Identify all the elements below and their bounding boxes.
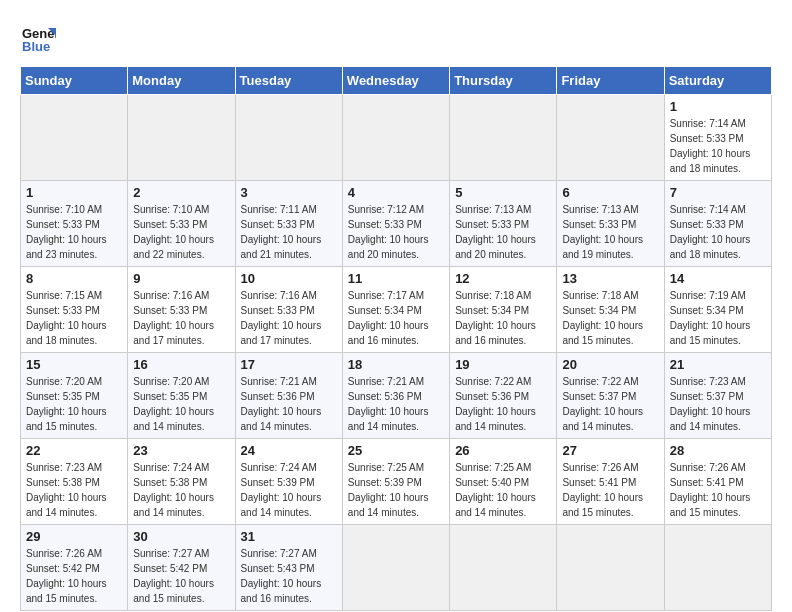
calendar-day-cell: 23Sunrise: 7:24 AMSunset: 5:38 PMDayligh… [128, 439, 235, 525]
day-info: Sunrise: 7:16 AMSunset: 5:33 PMDaylight:… [241, 288, 337, 348]
day-info: Sunrise: 7:23 AMSunset: 5:37 PMDaylight:… [670, 374, 766, 434]
page-header: General Blue [20, 20, 772, 56]
calendar-day-cell: 30Sunrise: 7:27 AMSunset: 5:42 PMDayligh… [128, 525, 235, 611]
day-number: 11 [348, 271, 444, 286]
day-number: 27 [562, 443, 658, 458]
calendar-day-cell [450, 95, 557, 181]
day-info: Sunrise: 7:26 AMSunset: 5:41 PMDaylight:… [670, 460, 766, 520]
day-number: 13 [562, 271, 658, 286]
day-info: Sunrise: 7:21 AMSunset: 5:36 PMDaylight:… [348, 374, 444, 434]
day-info: Sunrise: 7:24 AMSunset: 5:38 PMDaylight:… [133, 460, 229, 520]
calendar-day-cell: 4Sunrise: 7:12 AMSunset: 5:33 PMDaylight… [342, 181, 449, 267]
calendar-day-cell: 12Sunrise: 7:18 AMSunset: 5:34 PMDayligh… [450, 267, 557, 353]
day-number: 1 [670, 99, 766, 114]
calendar-day-cell [21, 95, 128, 181]
day-info: Sunrise: 7:18 AMSunset: 5:34 PMDaylight:… [562, 288, 658, 348]
day-info: Sunrise: 7:18 AMSunset: 5:34 PMDaylight:… [455, 288, 551, 348]
day-info: Sunrise: 7:27 AMSunset: 5:43 PMDaylight:… [241, 546, 337, 606]
day-number: 19 [455, 357, 551, 372]
day-number: 17 [241, 357, 337, 372]
calendar-day-cell: 25Sunrise: 7:25 AMSunset: 5:39 PMDayligh… [342, 439, 449, 525]
day-number: 31 [241, 529, 337, 544]
day-number: 4 [348, 185, 444, 200]
day-number: 28 [670, 443, 766, 458]
calendar-day-cell: 5Sunrise: 7:13 AMSunset: 5:33 PMDaylight… [450, 181, 557, 267]
calendar-day-cell: 14Sunrise: 7:19 AMSunset: 5:34 PMDayligh… [664, 267, 771, 353]
day-number: 18 [348, 357, 444, 372]
day-number: 5 [455, 185, 551, 200]
calendar-day-cell: 17Sunrise: 7:21 AMSunset: 5:36 PMDayligh… [235, 353, 342, 439]
calendar-day-cell [557, 95, 664, 181]
calendar-day-cell: 22Sunrise: 7:23 AMSunset: 5:38 PMDayligh… [21, 439, 128, 525]
day-number: 21 [670, 357, 766, 372]
day-info: Sunrise: 7:17 AMSunset: 5:34 PMDaylight:… [348, 288, 444, 348]
day-info: Sunrise: 7:13 AMSunset: 5:33 PMDaylight:… [455, 202, 551, 262]
day-number: 10 [241, 271, 337, 286]
day-info: Sunrise: 7:26 AMSunset: 5:42 PMDaylight:… [26, 546, 122, 606]
column-header-tuesday: Tuesday [235, 67, 342, 95]
calendar-header-row: SundayMondayTuesdayWednesdayThursdayFrid… [21, 67, 772, 95]
calendar-day-cell: 31Sunrise: 7:27 AMSunset: 5:43 PMDayligh… [235, 525, 342, 611]
calendar-day-cell [557, 525, 664, 611]
day-info: Sunrise: 7:16 AMSunset: 5:33 PMDaylight:… [133, 288, 229, 348]
day-number: 26 [455, 443, 551, 458]
day-info: Sunrise: 7:10 AMSunset: 5:33 PMDaylight:… [133, 202, 229, 262]
calendar-week-1: 1Sunrise: 7:14 AMSunset: 5:33 PMDaylight… [21, 95, 772, 181]
calendar-day-cell: 9Sunrise: 7:16 AMSunset: 5:33 PMDaylight… [128, 267, 235, 353]
column-header-wednesday: Wednesday [342, 67, 449, 95]
day-info: Sunrise: 7:14 AMSunset: 5:33 PMDaylight:… [670, 202, 766, 262]
calendar-day-cell: 11Sunrise: 7:17 AMSunset: 5:34 PMDayligh… [342, 267, 449, 353]
column-header-friday: Friday [557, 67, 664, 95]
day-number: 16 [133, 357, 229, 372]
calendar-day-cell: 7Sunrise: 7:14 AMSunset: 5:33 PMDaylight… [664, 181, 771, 267]
calendar-day-cell [450, 525, 557, 611]
day-number: 2 [133, 185, 229, 200]
day-number: 20 [562, 357, 658, 372]
day-info: Sunrise: 7:10 AMSunset: 5:33 PMDaylight:… [26, 202, 122, 262]
day-number: 7 [670, 185, 766, 200]
day-number: 12 [455, 271, 551, 286]
day-number: 30 [133, 529, 229, 544]
day-number: 14 [670, 271, 766, 286]
calendar-week-4: 15Sunrise: 7:20 AMSunset: 5:35 PMDayligh… [21, 353, 772, 439]
day-info: Sunrise: 7:19 AMSunset: 5:34 PMDaylight:… [670, 288, 766, 348]
calendar-day-cell: 27Sunrise: 7:26 AMSunset: 5:41 PMDayligh… [557, 439, 664, 525]
day-number: 29 [26, 529, 122, 544]
calendar-day-cell: 16Sunrise: 7:20 AMSunset: 5:35 PMDayligh… [128, 353, 235, 439]
calendar-day-cell: 24Sunrise: 7:24 AMSunset: 5:39 PMDayligh… [235, 439, 342, 525]
day-info: Sunrise: 7:22 AMSunset: 5:36 PMDaylight:… [455, 374, 551, 434]
calendar-day-cell: 18Sunrise: 7:21 AMSunset: 5:36 PMDayligh… [342, 353, 449, 439]
column-header-monday: Monday [128, 67, 235, 95]
day-number: 1 [26, 185, 122, 200]
calendar-day-cell: 2Sunrise: 7:10 AMSunset: 5:33 PMDaylight… [128, 181, 235, 267]
day-info: Sunrise: 7:21 AMSunset: 5:36 PMDaylight:… [241, 374, 337, 434]
calendar-day-cell: 1Sunrise: 7:10 AMSunset: 5:33 PMDaylight… [21, 181, 128, 267]
day-number: 25 [348, 443, 444, 458]
calendar-day-cell [342, 95, 449, 181]
calendar-day-cell [128, 95, 235, 181]
calendar-day-cell: 3Sunrise: 7:11 AMSunset: 5:33 PMDaylight… [235, 181, 342, 267]
day-info: Sunrise: 7:25 AMSunset: 5:39 PMDaylight:… [348, 460, 444, 520]
calendar-day-cell: 21Sunrise: 7:23 AMSunset: 5:37 PMDayligh… [664, 353, 771, 439]
calendar-day-cell: 20Sunrise: 7:22 AMSunset: 5:37 PMDayligh… [557, 353, 664, 439]
calendar-day-cell [664, 525, 771, 611]
day-info: Sunrise: 7:22 AMSunset: 5:37 PMDaylight:… [562, 374, 658, 434]
day-info: Sunrise: 7:27 AMSunset: 5:42 PMDaylight:… [133, 546, 229, 606]
column-header-saturday: Saturday [664, 67, 771, 95]
day-info: Sunrise: 7:13 AMSunset: 5:33 PMDaylight:… [562, 202, 658, 262]
day-info: Sunrise: 7:26 AMSunset: 5:41 PMDaylight:… [562, 460, 658, 520]
day-info: Sunrise: 7:15 AMSunset: 5:33 PMDaylight:… [26, 288, 122, 348]
logo: General Blue [20, 20, 60, 56]
calendar-day-cell: 8Sunrise: 7:15 AMSunset: 5:33 PMDaylight… [21, 267, 128, 353]
column-header-sunday: Sunday [21, 67, 128, 95]
calendar-day-cell [342, 525, 449, 611]
calendar-day-cell: 29Sunrise: 7:26 AMSunset: 5:42 PMDayligh… [21, 525, 128, 611]
day-number: 23 [133, 443, 229, 458]
day-info: Sunrise: 7:20 AMSunset: 5:35 PMDaylight:… [26, 374, 122, 434]
svg-text:Blue: Blue [22, 39, 50, 54]
day-number: 3 [241, 185, 337, 200]
calendar-day-cell: 10Sunrise: 7:16 AMSunset: 5:33 PMDayligh… [235, 267, 342, 353]
day-info: Sunrise: 7:24 AMSunset: 5:39 PMDaylight:… [241, 460, 337, 520]
day-number: 6 [562, 185, 658, 200]
column-header-thursday: Thursday [450, 67, 557, 95]
